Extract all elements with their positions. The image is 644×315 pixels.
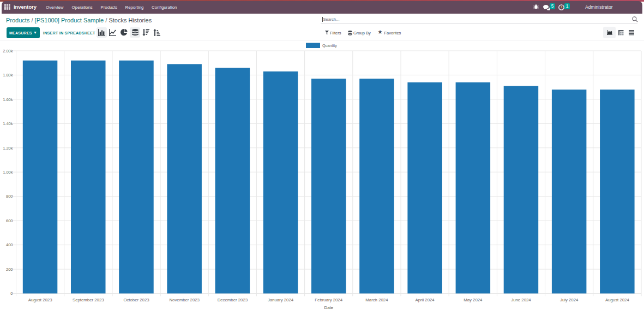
- svg-text:October 2023: October 2023: [123, 298, 149, 302]
- svg-text:800: 800: [6, 194, 13, 199]
- svg-text:June 2024: June 2024: [511, 298, 531, 302]
- svg-text:November 2023: November 2023: [169, 298, 199, 302]
- svg-text:200: 200: [6, 267, 13, 272]
- svg-text:1.80k: 1.80k: [3, 73, 13, 78]
- svg-text:1.60k: 1.60k: [3, 97, 13, 102]
- svg-text:400: 400: [6, 242, 13, 247]
- svg-text:Date: Date: [324, 305, 333, 310]
- svg-text:April 2024: April 2024: [416, 298, 435, 302]
- svg-text:March 2024: March 2024: [365, 298, 388, 302]
- svg-text:600: 600: [6, 218, 13, 223]
- svg-text:August 2024: August 2024: [605, 298, 629, 302]
- svg-text:1.40k: 1.40k: [3, 121, 13, 126]
- svg-text:May 2024: May 2024: [464, 298, 483, 302]
- svg-text:February 2024: February 2024: [315, 298, 342, 302]
- svg-text:Quantity: Quantity: [322, 43, 337, 48]
- svg-text:1.20k: 1.20k: [3, 146, 13, 151]
- svg-text:December 2023: December 2023: [218, 298, 248, 302]
- svg-text:September 2023: September 2023: [73, 298, 104, 302]
- svg-text:July 2024: July 2024: [560, 298, 579, 302]
- svg-text:January 2024: January 2024: [268, 298, 294, 302]
- svg-text:2.00k: 2.00k: [3, 49, 13, 54]
- svg-text:0: 0: [10, 291, 13, 296]
- svg-text:1.00k: 1.00k: [3, 170, 13, 175]
- svg-text:August 2023: August 2023: [28, 298, 52, 302]
